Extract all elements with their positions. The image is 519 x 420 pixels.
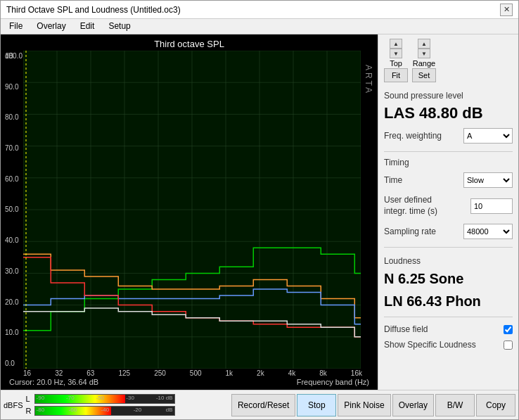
close-button[interactable]: ✕ xyxy=(500,4,513,16)
chart-footer: Cursor: 20.0 Hz, 36.64 dB Frequency band… xyxy=(4,377,375,387)
divider-3 xyxy=(384,317,513,317)
top-down-arrow[interactable]: ▼ xyxy=(390,49,402,58)
chart-title: Third octave SPL xyxy=(4,37,375,51)
fit-button[interactable]: Fit xyxy=(384,68,408,82)
divider-2 xyxy=(384,247,513,248)
freq-weighting-row: Freq. weighting A B C Z xyxy=(384,128,513,144)
overlay-button[interactable]: Overlay xyxy=(392,394,434,416)
show-specific-label: Show Specific Loudness xyxy=(384,340,476,350)
dbfs-label: dBFS xyxy=(4,401,23,409)
x-axis-labels: 16 32 63 125 250 500 1k 2k 4k 8k 16k xyxy=(4,369,375,377)
r-meter-row: R -80 -60 -40 -20 dB xyxy=(26,405,230,416)
time-row: Time Slow Fast Impulse Leq xyxy=(384,172,513,188)
range-arrows: ▲ ▼ xyxy=(418,39,430,58)
divider-1 xyxy=(384,151,513,152)
pink-noise-button[interactable]: Pink Noise xyxy=(338,394,390,416)
time-label: Time xyxy=(384,175,402,185)
freq-weighting-select[interactable]: A B C Z xyxy=(463,128,513,144)
top-label: Top xyxy=(390,59,402,68)
record-reset-button[interactable]: Record/Reset xyxy=(231,394,295,416)
show-specific-row: Show Specific Loudness xyxy=(384,340,513,350)
l-meter-ticks: -90 -70 -50 -30 -10 dB xyxy=(35,395,174,401)
level-meters: L -90 -70 -50 -30 -10 dB R xyxy=(26,393,230,416)
r-meter-ticks: -80 -60 -40 -20 dB xyxy=(35,407,174,413)
window-title: Third Octave SPL and Loudness (Untitled.… xyxy=(6,5,181,15)
spl-section-label: Sound pressure level xyxy=(384,91,513,101)
top-nav-group: ▲ ▼ Top Fit xyxy=(384,39,408,82)
spl-value: LAS 48.80 dB xyxy=(384,105,513,122)
time-select[interactable]: Slow Fast Impulse Leq xyxy=(463,172,513,188)
timing-section-label: Timing xyxy=(384,158,513,167)
copy-button[interactable]: Copy xyxy=(476,394,515,416)
cursor-display: Cursor: 20.0 Hz, 36.64 dB xyxy=(9,378,98,386)
range-up-arrow[interactable]: ▲ xyxy=(418,39,430,49)
channel-r-label: R xyxy=(26,407,33,415)
right-panel: ▲ ▼ Top Fit ▲ ▼ Range Set Sound pressure… xyxy=(378,34,518,390)
menu-bar: File Overlay Edit Setup xyxy=(1,19,518,34)
freq-weighting-label: Freq. weighting xyxy=(384,131,442,141)
diffuse-field-row: Diffuse field xyxy=(384,324,513,334)
arta-watermark: ARTA xyxy=(364,65,373,95)
bottom-buttons: Record/Reset Stop Pink Noise Overlay B/W… xyxy=(231,394,515,416)
top-arrows: ▲ ▼ xyxy=(390,39,402,58)
y-axis-unit: dB xyxy=(5,52,13,60)
diffuse-field-label: Diffuse field xyxy=(384,324,428,334)
menu-edit[interactable]: Edit xyxy=(77,21,98,32)
l-meter-bg: -90 -70 -50 -30 -10 dB xyxy=(34,394,175,404)
show-specific-checkbox[interactable] xyxy=(504,341,513,350)
top-up-arrow[interactable]: ▲ xyxy=(390,39,402,49)
title-bar: Third Octave SPL and Loudness (Untitled.… xyxy=(1,1,518,19)
bw-button[interactable]: B/W xyxy=(435,394,475,416)
sampling-rate-row: Sampling rate 48000 44100 22050 xyxy=(384,224,513,239)
main-window: Third Octave SPL and Loudness (Untitled.… xyxy=(0,0,519,420)
user-defined-label: User defined integr. time (s) xyxy=(384,195,447,217)
stop-button[interactable]: Stop xyxy=(297,394,336,416)
r-meter-bg: -80 -60 -40 -20 dB xyxy=(34,406,175,416)
user-defined-row: User defined integr. time (s) xyxy=(384,195,513,217)
chart-area: Third octave SPL 100.0 90.0 80.0 70.0 60… xyxy=(1,34,378,390)
menu-overlay[interactable]: Overlay xyxy=(34,21,68,32)
loudness-ln: LN 66.43 Phon xyxy=(384,293,513,310)
range-label: Range xyxy=(413,59,435,68)
sampling-rate-label: Sampling rate xyxy=(384,227,436,236)
y-axis-labels: 100.0 90.0 80.0 70.0 60.0 50.0 40.0 30.0… xyxy=(5,51,23,369)
range-nav-group: ▲ ▼ Range Set xyxy=(412,39,436,82)
nav-controls: ▲ ▼ Top Fit ▲ ▼ Range Set xyxy=(384,39,513,82)
bottom-bar: dBFS L -90 -70 -50 -30 -10 dB R xyxy=(1,390,518,419)
set-button[interactable]: Set xyxy=(412,68,436,82)
sampling-rate-select[interactable]: 48000 44100 22050 xyxy=(463,224,513,239)
menu-setup[interactable]: Setup xyxy=(105,21,133,32)
l-meter-row: L -90 -70 -50 -30 -10 dB xyxy=(26,393,230,405)
range-down-arrow[interactable]: ▼ xyxy=(418,49,430,58)
loudness-n: N 6.25 Sone xyxy=(384,270,513,287)
spl-chart-canvas xyxy=(23,51,361,369)
menu-file[interactable]: File xyxy=(6,21,25,32)
user-defined-input[interactable] xyxy=(470,198,513,214)
x-axis-unit: Frequency band (Hz) xyxy=(297,378,369,386)
loudness-section-label: Loudness xyxy=(384,256,513,266)
diffuse-field-checkbox[interactable] xyxy=(504,325,513,334)
channel-l-label: L xyxy=(26,395,33,403)
main-area: Third octave SPL 100.0 90.0 80.0 70.0 60… xyxy=(1,34,518,390)
